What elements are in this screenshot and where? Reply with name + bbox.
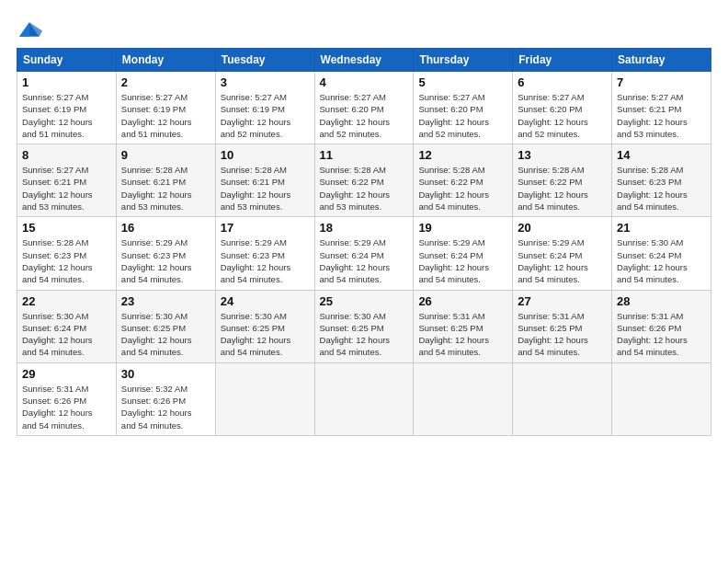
day-number: 4 xyxy=(320,75,409,89)
day-number: 8 xyxy=(22,148,111,162)
calendar-header-thursday: Thursday xyxy=(414,49,513,72)
day-info: Sunrise: 5:30 AM Sunset: 6:25 PM Dayligh… xyxy=(221,310,310,359)
day-info: Sunrise: 5:27 AM Sunset: 6:20 PM Dayligh… xyxy=(320,91,409,140)
day-info: Sunrise: 5:27 AM Sunset: 6:20 PM Dayligh… xyxy=(418,91,507,140)
day-number: 15 xyxy=(22,221,111,235)
calendar-cell: 23Sunrise: 5:30 AM Sunset: 6:25 PM Dayli… xyxy=(116,290,215,362)
day-number: 16 xyxy=(121,221,210,235)
calendar-cell: 14Sunrise: 5:28 AM Sunset: 6:23 PM Dayli… xyxy=(612,144,711,217)
calendar-header-wednesday: Wednesday xyxy=(314,49,414,72)
day-number: 14 xyxy=(617,148,706,162)
calendar-cell: 18Sunrise: 5:29 AM Sunset: 6:24 PM Dayli… xyxy=(314,217,414,290)
svg-marker-2 xyxy=(19,22,29,37)
calendar-row-2: 8Sunrise: 5:27 AM Sunset: 6:21 PM Daylig… xyxy=(17,144,711,217)
calendar-cell: 13Sunrise: 5:28 AM Sunset: 6:22 PM Dayli… xyxy=(513,144,612,217)
day-info: Sunrise: 5:29 AM Sunset: 6:24 PM Dayligh… xyxy=(320,236,409,285)
calendar-cell xyxy=(414,362,513,435)
day-number: 10 xyxy=(221,148,310,162)
day-number: 19 xyxy=(418,221,507,235)
day-info: Sunrise: 5:29 AM Sunset: 6:23 PM Dayligh… xyxy=(221,236,310,285)
day-info: Sunrise: 5:27 AM Sunset: 6:20 PM Dayligh… xyxy=(518,91,607,140)
day-info: Sunrise: 5:30 AM Sunset: 6:25 PM Dayligh… xyxy=(320,310,409,359)
header xyxy=(17,17,711,42)
calendar-cell: 17Sunrise: 5:29 AM Sunset: 6:23 PM Dayli… xyxy=(215,217,314,290)
calendar-row-3: 15Sunrise: 5:28 AM Sunset: 6:23 PM Dayli… xyxy=(17,217,711,290)
day-info: Sunrise: 5:28 AM Sunset: 6:21 PM Dayligh… xyxy=(121,164,210,213)
day-number: 2 xyxy=(121,75,210,89)
day-info: Sunrise: 5:27 AM Sunset: 6:19 PM Dayligh… xyxy=(121,91,210,140)
calendar-cell: 11Sunrise: 5:28 AM Sunset: 6:22 PM Dayli… xyxy=(314,144,414,217)
day-number: 22 xyxy=(22,294,111,308)
day-info: Sunrise: 5:30 AM Sunset: 6:24 PM Dayligh… xyxy=(22,310,111,359)
calendar-table: SundayMondayTuesdayWednesdayThursdayFrid… xyxy=(17,48,711,436)
calendar-cell: 8Sunrise: 5:27 AM Sunset: 6:21 PM Daylig… xyxy=(17,144,117,217)
day-info: Sunrise: 5:27 AM Sunset: 6:21 PM Dayligh… xyxy=(22,164,111,213)
day-number: 7 xyxy=(617,75,706,89)
day-info: Sunrise: 5:31 AM Sunset: 6:25 PM Dayligh… xyxy=(418,310,507,359)
day-number: 17 xyxy=(221,221,310,235)
calendar-cell: 4Sunrise: 5:27 AM Sunset: 6:20 PM Daylig… xyxy=(314,72,414,144)
day-number: 29 xyxy=(22,367,111,381)
calendar-header-friday: Friday xyxy=(513,49,612,72)
calendar-cell: 26Sunrise: 5:31 AM Sunset: 6:25 PM Dayli… xyxy=(414,290,513,362)
day-info: Sunrise: 5:28 AM Sunset: 6:23 PM Dayligh… xyxy=(22,236,111,285)
calendar-cell: 2Sunrise: 5:27 AM Sunset: 6:19 PM Daylig… xyxy=(116,72,215,144)
day-number: 30 xyxy=(121,367,210,381)
day-info: Sunrise: 5:29 AM Sunset: 6:24 PM Dayligh… xyxy=(518,236,607,285)
day-number: 23 xyxy=(121,294,210,308)
calendar-header-row: SundayMondayTuesdayWednesdayThursdayFrid… xyxy=(17,49,711,72)
calendar-cell: 15Sunrise: 5:28 AM Sunset: 6:23 PM Dayli… xyxy=(17,217,117,290)
day-info: Sunrise: 5:30 AM Sunset: 6:25 PM Dayligh… xyxy=(121,310,210,359)
day-number: 21 xyxy=(617,221,706,235)
calendar-cell: 5Sunrise: 5:27 AM Sunset: 6:20 PM Daylig… xyxy=(414,72,513,144)
calendar-header-monday: Monday xyxy=(116,49,215,72)
day-info: Sunrise: 5:27 AM Sunset: 6:19 PM Dayligh… xyxy=(22,91,111,140)
calendar-cell xyxy=(612,362,711,435)
day-number: 27 xyxy=(518,294,607,308)
calendar-cell: 10Sunrise: 5:28 AM Sunset: 6:21 PM Dayli… xyxy=(215,144,314,217)
calendar-cell: 3Sunrise: 5:27 AM Sunset: 6:19 PM Daylig… xyxy=(215,72,314,144)
day-number: 26 xyxy=(418,294,507,308)
calendar-cell xyxy=(215,362,314,435)
logo xyxy=(17,17,46,42)
calendar-header-sunday: Sunday xyxy=(17,49,117,72)
calendar-header-saturday: Saturday xyxy=(612,49,711,72)
day-number: 24 xyxy=(221,294,310,308)
day-info: Sunrise: 5:31 AM Sunset: 6:26 PM Dayligh… xyxy=(617,310,706,359)
day-number: 5 xyxy=(418,75,507,89)
calendar-cell: 21Sunrise: 5:30 AM Sunset: 6:24 PM Dayli… xyxy=(612,217,711,290)
day-info: Sunrise: 5:30 AM Sunset: 6:24 PM Dayligh… xyxy=(617,236,706,285)
day-info: Sunrise: 5:28 AM Sunset: 6:23 PM Dayligh… xyxy=(617,164,706,213)
day-info: Sunrise: 5:27 AM Sunset: 6:21 PM Dayligh… xyxy=(617,91,706,140)
calendar-cell: 22Sunrise: 5:30 AM Sunset: 6:24 PM Dayli… xyxy=(17,290,117,362)
day-number: 11 xyxy=(320,148,409,162)
day-number: 13 xyxy=(518,148,607,162)
calendar-cell: 1Sunrise: 5:27 AM Sunset: 6:19 PM Daylig… xyxy=(17,72,117,144)
day-number: 6 xyxy=(518,75,607,89)
calendar-header-tuesday: Tuesday xyxy=(215,49,314,72)
calendar-cell xyxy=(513,362,612,435)
day-info: Sunrise: 5:32 AM Sunset: 6:26 PM Dayligh… xyxy=(121,383,210,431)
day-number: 12 xyxy=(418,148,507,162)
calendar-cell: 24Sunrise: 5:30 AM Sunset: 6:25 PM Dayli… xyxy=(215,290,314,362)
calendar-cell: 28Sunrise: 5:31 AM Sunset: 6:26 PM Dayli… xyxy=(612,290,711,362)
day-number: 20 xyxy=(518,221,607,235)
day-number: 1 xyxy=(22,75,111,89)
calendar-cell: 27Sunrise: 5:31 AM Sunset: 6:25 PM Dayli… xyxy=(513,290,612,362)
calendar-cell: 25Sunrise: 5:30 AM Sunset: 6:25 PM Dayli… xyxy=(314,290,414,362)
day-info: Sunrise: 5:28 AM Sunset: 6:21 PM Dayligh… xyxy=(221,164,310,213)
day-info: Sunrise: 5:29 AM Sunset: 6:24 PM Dayligh… xyxy=(418,236,507,285)
day-info: Sunrise: 5:27 AM Sunset: 6:19 PM Dayligh… xyxy=(221,91,310,140)
calendar-row-4: 22Sunrise: 5:30 AM Sunset: 6:24 PM Dayli… xyxy=(17,290,711,362)
calendar-cell: 12Sunrise: 5:28 AM Sunset: 6:22 PM Dayli… xyxy=(414,144,513,217)
calendar-cell: 19Sunrise: 5:29 AM Sunset: 6:24 PM Dayli… xyxy=(414,217,513,290)
calendar-cell: 6Sunrise: 5:27 AM Sunset: 6:20 PM Daylig… xyxy=(513,72,612,144)
day-number: 3 xyxy=(221,75,310,89)
day-info: Sunrise: 5:28 AM Sunset: 6:22 PM Dayligh… xyxy=(518,164,607,213)
day-info: Sunrise: 5:28 AM Sunset: 6:22 PM Dayligh… xyxy=(418,164,507,213)
calendar-cell: 29Sunrise: 5:31 AM Sunset: 6:26 PM Dayli… xyxy=(17,362,117,435)
day-info: Sunrise: 5:28 AM Sunset: 6:22 PM Dayligh… xyxy=(320,164,409,213)
calendar-cell: 7Sunrise: 5:27 AM Sunset: 6:21 PM Daylig… xyxy=(612,72,711,144)
logo-icon xyxy=(17,17,42,42)
calendar-row-5: 29Sunrise: 5:31 AM Sunset: 6:26 PM Dayli… xyxy=(17,362,711,435)
